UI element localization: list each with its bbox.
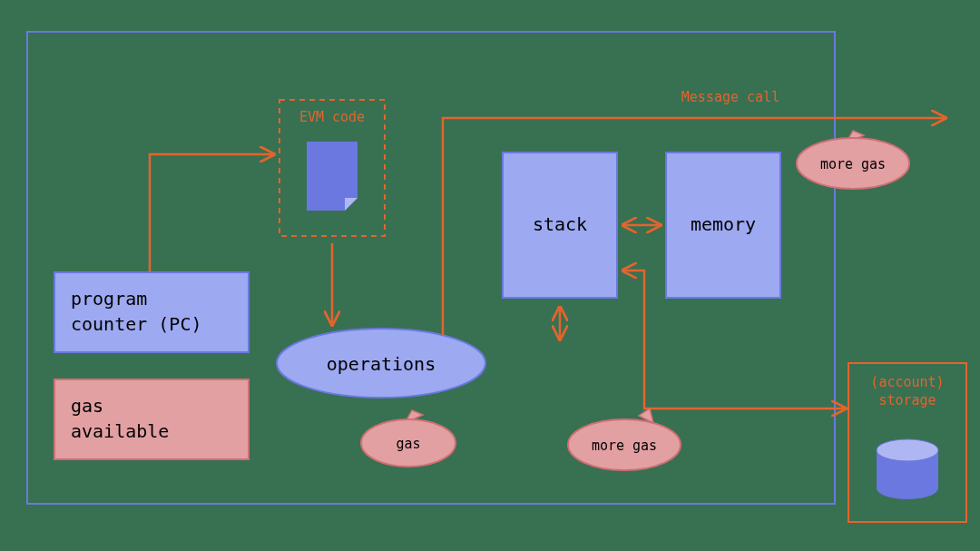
more-gas-upper-bubble: more gas (797, 131, 909, 189)
document-icon (307, 142, 358, 211)
gas-available-label-2: available (71, 420, 169, 442)
account-storage-label-1: (account) (870, 374, 944, 390)
operations-label: operations (327, 353, 436, 375)
memory-label: memory (691, 213, 756, 235)
svg-rect-1 (54, 379, 249, 459)
program-counter-label-2: counter (PC) (71, 313, 202, 335)
operations-ellipse: operations (277, 329, 485, 398)
svg-point-12 (877, 439, 938, 461)
more-gas-lower-label: more gas (592, 438, 657, 454)
memory-box: memory (666, 153, 780, 298)
account-storage-label-2: storage (878, 392, 936, 408)
svg-rect-0 (54, 272, 249, 352)
stack-label: stack (533, 213, 587, 235)
gas-bubble: gas (361, 410, 456, 467)
program-counter-label-1: program (71, 288, 147, 310)
gas-available-label-1: gas (71, 395, 103, 417)
gas-available-box: gas available (54, 379, 249, 459)
pc-to-evm-arrow (150, 154, 272, 272)
gas-bubble-label: gas (396, 436, 420, 452)
evm-code-label: EVM code (299, 109, 365, 125)
stack-box: stack (503, 153, 617, 298)
evm-code-box: EVM code (279, 100, 385, 236)
evm-diagram: program counter (PC) gas available EVM c… (0, 0, 980, 551)
more-gas-lower-bubble: more gas (568, 408, 681, 470)
cylinder-icon (877, 439, 938, 499)
message-call-label: Message call (681, 89, 779, 105)
account-storage-box: (account) storage (848, 363, 966, 522)
more-gas-upper-label: more gas (820, 156, 886, 172)
program-counter-box: program counter (PC) (54, 272, 249, 352)
